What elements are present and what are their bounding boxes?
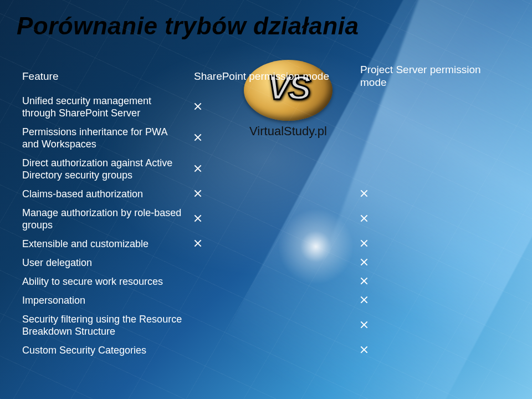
header-sharepoint: SharePoint permission mode [188, 60, 355, 92]
feature-label: Ability to secure work resources [17, 273, 188, 291]
header-feature: Feature [17, 60, 188, 92]
table-row: Direct authorization against Active Dire… [17, 154, 515, 185]
cell-sp [188, 204, 355, 235]
table-row: Permissions inheritance for PWA and Work… [17, 123, 515, 154]
feature-label: User delegation [17, 254, 188, 273]
cell-ps [355, 154, 515, 185]
table-row: Impersonation [17, 291, 515, 310]
cell-sp [188, 235, 355, 254]
cell-sp [188, 154, 355, 185]
check-icon [194, 134, 202, 141]
cell-ps [355, 123, 515, 154]
cell-ps [355, 310, 515, 341]
cell-sp [188, 185, 355, 204]
check-icon [360, 190, 368, 197]
cell-sp [188, 123, 355, 154]
table-row: Custom Security Categories [17, 341, 515, 360]
check-icon [194, 165, 202, 172]
comparison-table: Feature SharePoint permission mode Proje… [17, 60, 515, 360]
header-project-server: Project Server permission mode [355, 60, 515, 92]
feature-label: Extensible and customizable [17, 235, 188, 254]
check-icon [360, 346, 368, 354]
table-row: Claims-based authorization [17, 185, 515, 204]
check-icon [194, 103, 202, 110]
check-icon [360, 277, 368, 285]
cell-ps [355, 92, 515, 123]
table-row: Security filtering using the Resource Br… [17, 310, 515, 341]
cell-sp [188, 273, 355, 291]
check-icon [360, 321, 368, 329]
cell-ps [355, 185, 515, 204]
table-row: User delegation [17, 254, 515, 273]
cell-ps [355, 235, 515, 254]
feature-label: Unified security management through Shar… [17, 92, 188, 123]
feature-label: Security filtering using the Resource Br… [17, 310, 188, 341]
feature-label: Direct authorization against Active Dire… [17, 154, 188, 185]
feature-label: Claims-based authorization [17, 185, 188, 204]
table-row: Manage authorization by role-based group… [17, 204, 515, 235]
check-icon [194, 239, 202, 247]
table-row: Extensible and customizable [17, 235, 515, 254]
cell-ps [355, 341, 515, 360]
table-row: Ability to secure work resources [17, 273, 515, 291]
cell-ps [355, 291, 515, 310]
cell-sp [188, 341, 355, 360]
cell-sp [188, 291, 355, 310]
feature-label: Custom Security Categories [17, 341, 188, 360]
check-icon [194, 190, 202, 197]
feature-label: Permissions inheritance for PWA and Work… [17, 123, 188, 154]
feature-label: Impersonation [17, 291, 188, 310]
slide-title: Porównanie trybów działania [17, 12, 359, 40]
cell-ps [355, 204, 515, 235]
slide: Porównanie trybów działania VS VirtualSt… [0, 0, 532, 399]
cell-sp [188, 254, 355, 273]
table-header-row: Feature SharePoint permission mode Proje… [17, 60, 515, 92]
cell-sp [188, 92, 355, 123]
check-icon [360, 239, 368, 247]
check-icon [360, 296, 368, 304]
check-icon [360, 214, 368, 222]
feature-label: Manage authorization by role-based group… [17, 204, 188, 235]
cell-ps [355, 273, 515, 291]
table-row: Unified security management through Shar… [17, 92, 515, 123]
check-icon [194, 214, 202, 222]
check-icon [360, 258, 368, 266]
cell-ps [355, 254, 515, 273]
cell-sp [188, 310, 355, 341]
